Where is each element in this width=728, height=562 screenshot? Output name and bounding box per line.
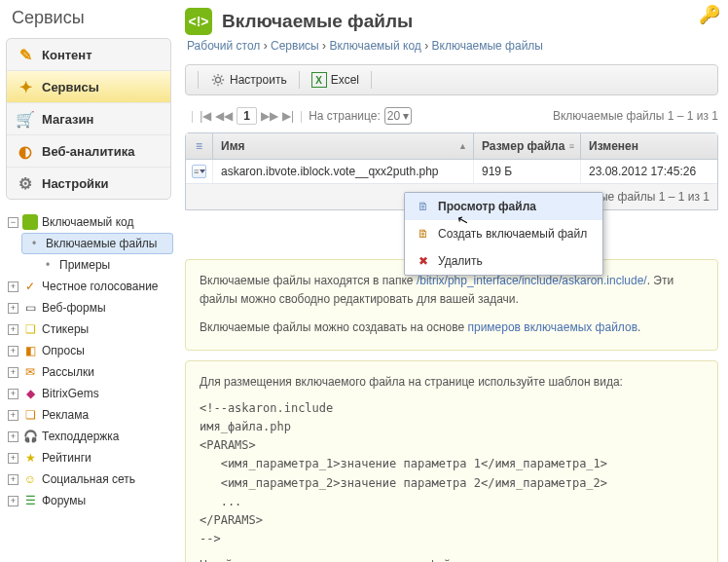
- nav-item-0[interactable]: ✎Контент: [7, 39, 170, 71]
- tree-toggle-icon[interactable]: +: [8, 496, 18, 506]
- tree-label: Примеры: [59, 258, 110, 272]
- breadcrumb-link[interactable]: Сервисы: [271, 39, 319, 53]
- nav-item-2[interactable]: 🛒Магазин: [7, 103, 170, 135]
- tree-icon: ☰: [22, 493, 38, 508]
- tree-label: Форумы: [42, 494, 86, 507]
- excel-button[interactable]: X Excel: [306, 69, 365, 91]
- tree-label: Техподдержка: [42, 430, 120, 443]
- col-name-header[interactable]: Имя▲: [213, 133, 474, 159]
- sort-icon: ≡: [569, 141, 574, 151]
- tree-toggle-icon[interactable]: +: [8, 346, 18, 356]
- tree-item-11[interactable]: +★Рейтинги: [8, 447, 173, 468]
- tree-icon: ✉: [22, 364, 38, 380]
- nav-item-4[interactable]: ⚙Настройки: [7, 168, 170, 199]
- nav-label: Магазин: [42, 112, 93, 127]
- tree-item-10[interactable]: +🎧Техподдержка: [8, 426, 173, 447]
- nav-icon: ◐: [17, 142, 34, 160]
- tree-item-3[interactable]: +✓Честное голосование: [8, 276, 173, 297]
- tree-icon: ◧: [22, 343, 38, 358]
- nav-label: Контент: [42, 48, 92, 62]
- nav-label: Настройки: [42, 176, 109, 191]
- pager-last-icon[interactable]: ▶|: [282, 109, 294, 123]
- cell-size: 919 Б: [474, 160, 581, 183]
- context-create-include[interactable]: 🗎 Создать включаемый файл: [405, 220, 602, 247]
- documentation-link[interactable]: документацию: [530, 558, 609, 562]
- breadcrumb-link[interactable]: Включаемые файлы: [432, 39, 544, 53]
- pager-next-icon[interactable]: ▶▶: [261, 109, 278, 123]
- col-size-header[interactable]: Размер файла≡: [474, 133, 581, 159]
- tree-toggle-icon[interactable]: −: [8, 217, 18, 228]
- folder-link[interactable]: /bitrix/php_interface/include/askaron.in…: [417, 274, 647, 287]
- tree-icon: •: [40, 257, 55, 273]
- tree-label: Социальная сеть: [42, 472, 135, 486]
- nav-icon: 🛒: [17, 110, 34, 128]
- cell-name: askaron.ibvote.iblock.vote__qxx2puth.php: [213, 160, 474, 183]
- tree-item-6[interactable]: +◧Опросы: [8, 340, 173, 361]
- tree-icon: ▭: [22, 300, 38, 316]
- toolbar: Настроить X Excel: [185, 64, 718, 95]
- tree-toggle-icon[interactable]: +: [8, 474, 18, 485]
- tree-icon: ★: [22, 450, 38, 466]
- view-file-icon: 🗎: [415, 199, 432, 214]
- examples-link[interactable]: примеров включаемых файлов: [467, 320, 637, 334]
- svg-point-0: [215, 77, 220, 82]
- tree-item-5[interactable]: +❑Стикеры: [8, 318, 173, 340]
- tree-toggle-icon[interactable]: +: [8, 431, 18, 442]
- tree-item-13[interactable]: +☰Форумы: [8, 490, 173, 511]
- tree-item-1[interactable]: •Включаемые файлы: [21, 233, 173, 254]
- configure-button[interactable]: Настроить: [204, 69, 293, 91]
- sidebar: Сервисы ✎Контент✦Сервисы🛒Магазин◐Веб-ана…: [0, 0, 185, 562]
- tree-item-12[interactable]: +☺Социальная сеть: [8, 468, 173, 490]
- nav-item-1[interactable]: ✦Сервисы: [7, 71, 170, 103]
- nav-icon: ✎: [17, 46, 34, 63]
- nav-icon: ⚙: [17, 174, 34, 192]
- delete-icon: ✖: [415, 253, 432, 269]
- tree-label: Веб-формы: [42, 301, 106, 315]
- tree-label: Включаемые файлы: [46, 237, 158, 250]
- context-menu: 🗎 Просмотр файла 🗎 Создать включаемый фа…: [404, 192, 603, 276]
- tree-toggle-icon[interactable]: +: [8, 453, 18, 464]
- tree-toggle-icon[interactable]: +: [8, 410, 18, 421]
- excel-label: Excel: [331, 73, 359, 87]
- nav-item-3[interactable]: ◐Веб-аналитика: [7, 135, 170, 168]
- main-area: 🔑 <!> Включаемые файлы Рабочий стол › Се…: [185, 0, 728, 562]
- tree-item-0[interactable]: −Включаемый код: [8, 211, 173, 233]
- tree-label: Опросы: [42, 344, 85, 357]
- per-page-label: На странице:: [309, 109, 381, 123]
- tree-icon: ❏: [22, 407, 38, 423]
- context-delete[interactable]: ✖ Удалить: [405, 247, 602, 275]
- breadcrumb-link[interactable]: Рабочий стол: [187, 39, 260, 53]
- breadcrumb-link[interactable]: Включаемый код: [329, 39, 420, 53]
- tree-icon: ✓: [22, 279, 38, 294]
- col-menu-header[interactable]: ≡: [186, 133, 213, 159]
- tree-item-4[interactable]: +▭Веб-формы: [8, 297, 173, 318]
- gear-icon: [210, 72, 226, 88]
- cell-date: 23.08.2012 17:45:26: [581, 160, 717, 183]
- tree-label: Стикеры: [42, 322, 89, 336]
- key-icon[interactable]: 🔑: [699, 4, 720, 25]
- pager-current[interactable]: 1: [237, 107, 257, 125]
- context-view-file[interactable]: 🗎 Просмотр файла: [405, 193, 602, 220]
- tree-item-9[interactable]: +❏Реклама: [8, 404, 173, 426]
- tree-item-2[interactable]: •Примеры: [25, 254, 173, 276]
- per-page-select[interactable]: 20 ▾: [384, 107, 413, 125]
- tree-toggle-icon[interactable]: +: [8, 281, 18, 292]
- tree-label: BitrixGems: [42, 387, 99, 400]
- tree-label: Включаемый код: [42, 215, 133, 229]
- tree-toggle-icon[interactable]: +: [8, 303, 18, 314]
- pager: | |◀ ◀◀ 1 ▶▶ ▶| | На странице: 20 ▾ Вклю…: [185, 107, 718, 125]
- tree-toggle-icon[interactable]: +: [8, 367, 18, 378]
- excel-icon: X: [311, 72, 327, 88]
- table-row[interactable]: askaron.ibvote.iblock.vote__qxx2puth.php…: [186, 160, 717, 184]
- pager-first-icon[interactable]: |◀: [200, 109, 211, 123]
- tree-item-8[interactable]: +◆BitrixGems: [8, 383, 173, 404]
- pager-prev-icon[interactable]: ◀◀: [215, 109, 233, 123]
- col-date-header[interactable]: Изменен: [581, 133, 717, 159]
- nav-icon: ✦: [17, 78, 34, 95]
- sidebar-title: Сервисы: [0, 0, 177, 36]
- tree-toggle-icon[interactable]: +: [8, 324, 18, 335]
- tree-label: Реклама: [42, 408, 89, 422]
- tree-toggle-icon[interactable]: +: [8, 389, 18, 399]
- tree-item-7[interactable]: +✉Рассылки: [8, 361, 173, 383]
- row-menu-button[interactable]: [192, 165, 206, 178]
